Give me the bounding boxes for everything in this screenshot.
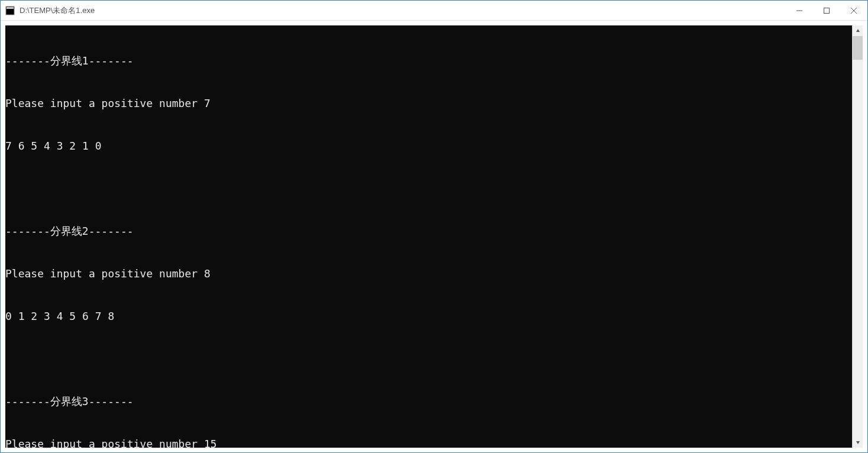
app-window: D:\TEMP\未命名1.exe -------分界线1------- Plea… <box>0 0 868 453</box>
titlebar[interactable]: D:\TEMP\未命名1.exe <box>1 1 867 21</box>
window-title: D:\TEMP\未命名1.exe <box>20 5 786 16</box>
svg-marker-6 <box>856 29 860 32</box>
console-line: -------分界线2------- <box>5 224 852 238</box>
window-controls <box>786 1 867 20</box>
vertical-scrollbar[interactable] <box>852 25 863 448</box>
svg-rect-3 <box>824 8 830 13</box>
console-line: Please input a positive number 8 <box>5 267 852 281</box>
console-line: -------分界线3------- <box>5 394 852 409</box>
console-output[interactable]: -------分界线1------- Please input a positi… <box>5 25 852 448</box>
maximize-button[interactable] <box>813 1 840 20</box>
scrollbar-thumb[interactable] <box>853 36 863 60</box>
minimize-button[interactable] <box>786 1 813 20</box>
console-line <box>5 352 852 366</box>
console-line: 7 6 5 4 3 2 1 0 <box>5 139 852 153</box>
console-line: Please input a positive number 15 <box>5 437 852 448</box>
console-line: Please input a positive number 7 <box>5 96 852 111</box>
svg-marker-7 <box>856 441 860 444</box>
scroll-down-arrow-icon[interactable] <box>853 437 863 448</box>
scroll-up-arrow-icon[interactable] <box>853 25 863 36</box>
console-line <box>5 182 852 196</box>
app-icon <box>5 6 15 15</box>
close-button[interactable] <box>840 1 867 20</box>
console-line: 0 1 2 3 4 5 6 7 8 <box>5 309 852 323</box>
svg-rect-1 <box>7 7 14 9</box>
console-line: -------分界线1------- <box>5 54 852 68</box>
scrollbar-track[interactable] <box>853 36 863 437</box>
client-area: -------分界线1------- Please input a positi… <box>1 21 867 452</box>
